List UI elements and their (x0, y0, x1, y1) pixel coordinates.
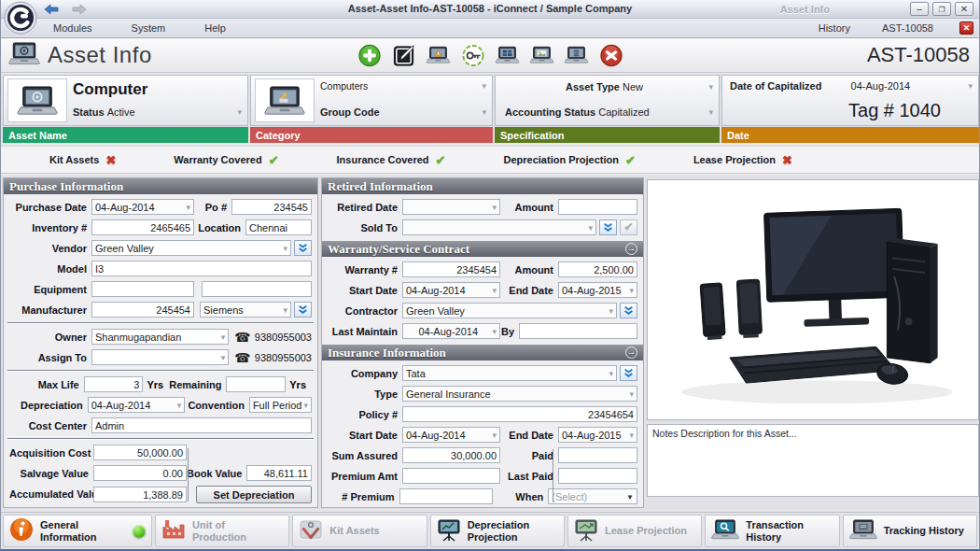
model-field[interactable]: I3 (91, 261, 312, 276)
vendor-label: Vendor (9, 243, 91, 254)
flag-depreciation-projection[interactable]: Depreciation Projection ✔ (504, 153, 636, 167)
inventory-field[interactable]: 2465465 (91, 219, 194, 235)
asset-photo (647, 179, 979, 420)
insurance-end-field[interactable]: 04-Aug-2015 (558, 427, 637, 443)
manufacturer-label: Manufacturer (9, 304, 91, 316)
insurance-company-lookup-button[interactable] (620, 365, 637, 381)
asset-apps-icon[interactable] (496, 43, 520, 67)
menu-asset-ref[interactable]: AST-10058 (876, 21, 939, 35)
asset-alert-icon[interactable] (427, 43, 451, 67)
premium-amt-field[interactable] (402, 468, 500, 484)
asset-docs-icon[interactable] (565, 43, 589, 67)
max-life-field[interactable]: 3 (84, 376, 144, 392)
tab-lease-projection[interactable]: Lease Projection (567, 515, 702, 547)
sum-assured-field[interactable]: 30,000.00 (402, 447, 500, 463)
manufacturer-code-field[interactable]: 245454 (91, 302, 194, 318)
num-premium-field[interactable] (399, 488, 493, 504)
retired-amount-field[interactable] (558, 199, 637, 215)
menu-system[interactable]: System (126, 21, 172, 35)
policy-number-field[interactable]: 23454654 (402, 406, 637, 422)
when-select[interactable]: (Select) (548, 488, 637, 504)
notes-field[interactable]: Notes Description for this Asset... (647, 424, 979, 497)
dropdown-arrow-icon: ▾ (482, 107, 486, 117)
application-window: Asset-Asset Info-AST-10058 - iConnect / … (0, 0, 980, 551)
retired-date-field[interactable] (402, 199, 500, 215)
owner-field[interactable]: Shanmugapandian (91, 329, 229, 345)
maintained-by-field[interactable] (519, 323, 637, 339)
tab-kit-assets[interactable]: Kit Assets (292, 515, 427, 547)
close-tab-button[interactable] (959, 21, 973, 35)
cost-center-field[interactable]: Admin (91, 417, 312, 433)
close-window-button[interactable] (955, 2, 973, 16)
set-depreciation-button[interactable]: Set Depreciation (196, 486, 312, 503)
key-icon[interactable] (461, 43, 485, 67)
tab-depreciation-projection[interactable]: Depreciation Projection (430, 515, 565, 547)
asset-info-icon (8, 42, 40, 69)
category-field[interactable]: Computers ▾ (320, 80, 486, 92)
insurance-type-field[interactable]: General Insurance (402, 386, 637, 402)
sold-to-confirm-button[interactable] (620, 219, 637, 235)
warranty-amount-field[interactable]: 2,500.00 (558, 261, 637, 277)
when-label: When (493, 491, 548, 502)
expand-arrow-icon[interactable] (625, 243, 637, 255)
remaining-field[interactable] (226, 376, 286, 392)
tab-general-information[interactable]: General Information (3, 515, 152, 547)
edit-icon[interactable] (392, 43, 416, 67)
tab-tracking-history[interactable]: Tracking History (843, 515, 977, 547)
dropdown-arrow-icon (629, 286, 634, 295)
asset-type-field[interactable]: Asset Type New ▾ (505, 81, 713, 92)
asset-image-icon[interactable] (530, 43, 554, 67)
window-watermark: Asset Info (780, 4, 830, 15)
add-icon[interactable] (357, 43, 382, 67)
warranty-number-field[interactable]: 2345454 (402, 261, 500, 277)
group-code-field[interactable]: Group Code ▾ (320, 106, 486, 118)
contractor-field[interactable]: Green Valley (402, 303, 617, 318)
insurance-company-field[interactable]: Tata (402, 365, 617, 381)
expand-arrow-icon[interactable] (625, 346, 637, 359)
location-field[interactable]: Chennai (245, 219, 312, 235)
tab-unit-of-production[interactable]: Unit of Production (155, 515, 289, 547)
insurance-start-field[interactable]: 04-Aug-2014 (402, 427, 500, 443)
status-field[interactable]: Status Active ▾ (73, 106, 242, 118)
last-maintain-field[interactable]: 04-Aug-2014 (402, 323, 500, 339)
sold-to-field[interactable] (402, 219, 596, 235)
po-field[interactable]: 234545 (231, 199, 312, 215)
warranty-start-field[interactable]: 04-Aug-2014 (402, 282, 500, 298)
flag-kit-assets[interactable]: Kit Assets ✖ (49, 153, 116, 167)
page-title: Asset Info (48, 42, 152, 68)
contractor-lookup-button[interactable] (620, 303, 637, 318)
last-paid-field[interactable] (558, 468, 637, 484)
menu-history[interactable]: History (813, 21, 856, 35)
assign-to-field[interactable] (91, 349, 229, 365)
flag-warranty-covered[interactable]: Warranty Covered ✔ (174, 153, 278, 167)
menu-modules[interactable]: Modules (48, 21, 98, 35)
flag-lease-projection[interactable]: Lease Projection ✖ (693, 153, 792, 167)
manufacturer-name-field[interactable]: Siemens (200, 302, 291, 318)
paid-label: Paid (500, 450, 558, 461)
tab-transaction-history[interactable]: Transaction History (705, 515, 839, 547)
accumulated-value-field[interactable]: 1,388.89 (93, 487, 187, 502)
vendor-field[interactable]: Green Valley (91, 240, 291, 256)
date-capitalized-field[interactable]: Date of Capitalized 04-Aug-2014 ▾ (730, 80, 973, 92)
dropdown-arrow-icon (221, 332, 226, 342)
accounting-status-field[interactable]: Accounting Status Capitalized ▾ (505, 106, 713, 118)
vendor-lookup-button[interactable] (294, 240, 312, 256)
equipment-field-2[interactable] (202, 281, 312, 297)
purchase-date-field[interactable]: 04-Aug-2014 (91, 199, 194, 215)
flag-mark: ✖ (105, 153, 116, 167)
warranty-end-field[interactable]: 04-Aug-2015 (558, 282, 637, 298)
salvage-value-field[interactable]: 0.00 (93, 465, 187, 481)
book-value-field[interactable]: 48,611.11 (246, 465, 312, 481)
minimize-button[interactable] (910, 2, 929, 16)
equipment-field[interactable] (91, 281, 194, 297)
restore-button[interactable] (932, 2, 951, 16)
convention-field[interactable]: Full Period (249, 397, 312, 413)
depreciation-field[interactable]: 04-Aug-2014 (88, 397, 186, 413)
flag-insurance-covered[interactable]: Insurance Covered ✔ (337, 153, 446, 167)
sold-to-lookup-button[interactable] (599, 219, 617, 235)
manufacturer-lookup-button[interactable] (294, 302, 312, 318)
acquisition-cost-field[interactable]: 50,000.00 (93, 445, 187, 460)
paid-field[interactable] (558, 447, 637, 463)
delete-icon[interactable] (599, 43, 623, 67)
menu-help[interactable]: Help (199, 21, 231, 35)
